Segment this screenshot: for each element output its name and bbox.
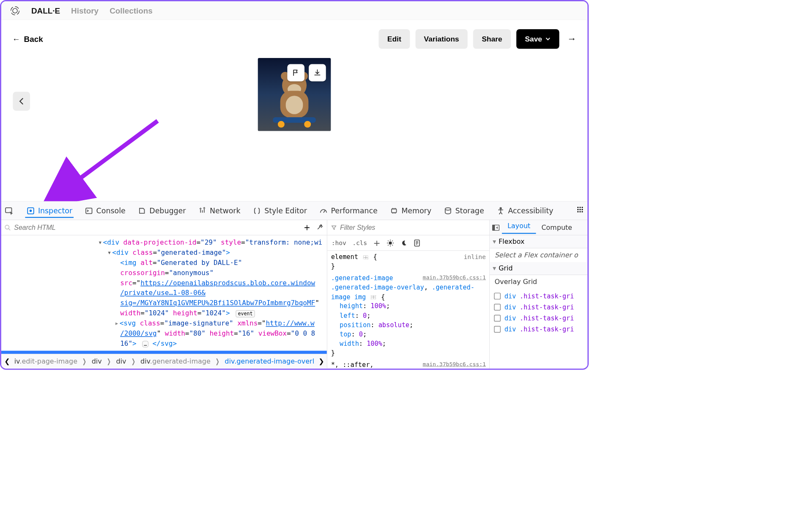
tab-debugger-label: Debugger (149, 207, 186, 215)
svg-xmlns-url[interactable]: http://www.w (266, 320, 314, 327)
breadcrumbs[interactable]: ❮ iv.edit-page-image ❯ div ❯ div ❯ div.g… (1, 354, 327, 369)
action-bar: Edit Variations Share Save → (379, 29, 576, 49)
hov-toggle[interactable]: :hov (332, 239, 346, 246)
sub-header: ← Back Edit Variations Share Save → (1, 20, 587, 58)
tab-inspector[interactable]: Inspector (25, 204, 74, 218)
light-mode-icon[interactable] (387, 239, 394, 246)
download-icon (313, 69, 321, 77)
css-rules[interactable]: element { inline } .generated-image main… (327, 251, 490, 368)
element-picker-icon[interactable] (4, 206, 14, 215)
flag-icon (292, 69, 300, 77)
svg-point-13 (577, 209, 579, 210)
svg-line-25 (388, 240, 388, 241)
chevron-left-icon (19, 98, 24, 105)
dark-mode-icon[interactable] (400, 239, 407, 246)
svg-point-16 (577, 211, 579, 212)
grid-overlay-item[interactable]: div.hist-task-gri (494, 291, 583, 302)
devtools-tabs: Inspector Console Debugger Network Style… (1, 201, 587, 220)
ellipsis-badge[interactable]: … (143, 341, 148, 347)
generated-image[interactable] (258, 58, 331, 131)
html-tree[interactable]: ▾<div data-projection-id="29" style="tra… (1, 235, 327, 354)
arrow-right-icon[interactable]: → (567, 34, 576, 44)
crumbs-prev[interactable]: ❮ (4, 358, 10, 365)
grid-overlay-item[interactable]: div.hist-task-gri (494, 324, 583, 335)
svg-point-10 (577, 207, 579, 208)
svg-point-15 (582, 209, 583, 210)
svg-point-0 (13, 8, 17, 13)
filter-styles-input[interactable] (340, 223, 486, 232)
selection-highlight (1, 351, 327, 354)
devtools-body: + ▾<div data-projection-id="29" style="t… (1, 220, 587, 369)
tab-memory[interactable]: Memory (389, 204, 433, 217)
html-panel: + ▾<div data-projection-id="29" style="t… (1, 220, 327, 369)
tab-style-editor[interactable]: Style Editor (252, 204, 308, 217)
svg-point-20 (389, 241, 392, 244)
grid-section-header[interactable]: ▾Grid (490, 262, 587, 275)
storage-icon (444, 207, 452, 215)
tab-a11y-label: Accessibility (508, 207, 553, 215)
flexbox-section-header[interactable]: ▾Flexbox (490, 235, 587, 248)
svg-point-12 (582, 207, 583, 208)
tab-accessibility[interactable]: Accessibility (495, 204, 554, 217)
prev-image-button[interactable] (13, 92, 30, 111)
nav-collections[interactable]: Collections (110, 6, 153, 15)
svg-point-17 (579, 211, 581, 212)
tab-debugger[interactable]: Debugger (137, 204, 187, 217)
tab-storage[interactable]: Storage (442, 204, 485, 217)
tab-network[interactable]: Network (197, 204, 241, 217)
svg-rect-34 (492, 225, 495, 230)
svg-point-18 (582, 211, 583, 212)
eyedropper-icon[interactable] (316, 223, 324, 230)
new-rule-button[interactable]: + (373, 238, 381, 248)
filter-icon (331, 224, 337, 231)
svg-rect-7 (392, 209, 397, 212)
flag-image-button[interactable] (287, 64, 304, 82)
back-button[interactable]: ← Back (12, 34, 43, 44)
print-sim-icon[interactable] (414, 239, 420, 247)
crumbs-next[interactable]: ❯ (318, 358, 324, 365)
grid-overlay-item[interactable]: div.hist-task-gri (494, 302, 583, 313)
back-label: Back (24, 34, 43, 44)
devtools-panel: Inspector Console Debugger Network Style… (1, 201, 587, 369)
cls-toggle[interactable]: .cls (352, 239, 367, 246)
layout-panel: Layout Compute ▾Flexbox Select a Flex co… (489, 220, 587, 369)
memory-icon (390, 207, 398, 215)
styles-panel: :hov .cls + element { inline } .generate… (327, 220, 489, 369)
tab-inspector-label: Inspector (38, 207, 72, 215)
tab-network-label: Network (210, 207, 241, 215)
content-area (1, 58, 587, 168)
overlay-grid-list: div.hist-task-gri div.hist-task-gri div.… (490, 289, 587, 336)
share-button[interactable]: Share (473, 29, 511, 49)
svg-line-27 (388, 245, 388, 245)
inspector-icon (26, 207, 35, 215)
style-editor-icon (253, 207, 261, 215)
edit-button[interactable]: Edit (379, 29, 410, 49)
html-search-input[interactable] (14, 223, 304, 232)
add-node-button[interactable]: + (304, 223, 310, 232)
tab-perf-label: Performance (331, 207, 377, 215)
search-icon (4, 224, 11, 231)
devtools-more-icon[interactable] (576, 205, 584, 216)
grid-overlay-item[interactable]: div.hist-task-gri (494, 313, 583, 324)
download-image-button[interactable] (309, 64, 326, 82)
svg-point-19 (5, 225, 9, 229)
layout-tab-layout[interactable]: Layout (502, 222, 536, 234)
tab-console[interactable]: Console (83, 204, 126, 217)
image-src-url-line3[interactable]: sig=/MGYaY8NIq1GVMEPU%2Bfi1SOlAbw7PoImbm… (120, 299, 315, 307)
accessibility-icon (497, 207, 505, 215)
tab-performance[interactable]: Performance (318, 204, 379, 217)
image-src-url-line2[interactable]: /private/use…1-08-06& (120, 289, 206, 297)
top-nav: DALL·E History Collections (1, 1, 587, 20)
layout-tab-computed[interactable]: Compute (536, 224, 578, 232)
svg-point-5 (30, 210, 32, 212)
svg-point-8 (445, 207, 451, 210)
nav-dalle[interactable]: DALL·E (31, 6, 60, 15)
layout-toggle-sidebar-icon[interactable] (490, 224, 502, 231)
event-badge[interactable]: event (236, 310, 255, 317)
nav-history[interactable]: History (71, 6, 99, 15)
arrow-left-icon: ← (12, 35, 20, 43)
performance-icon (319, 207, 328, 215)
save-button[interactable]: Save (516, 29, 560, 49)
image-src-url[interactable]: https://openailabsprodscus.blob.core.win… (140, 279, 315, 287)
variations-button[interactable]: Variations (415, 29, 468, 49)
